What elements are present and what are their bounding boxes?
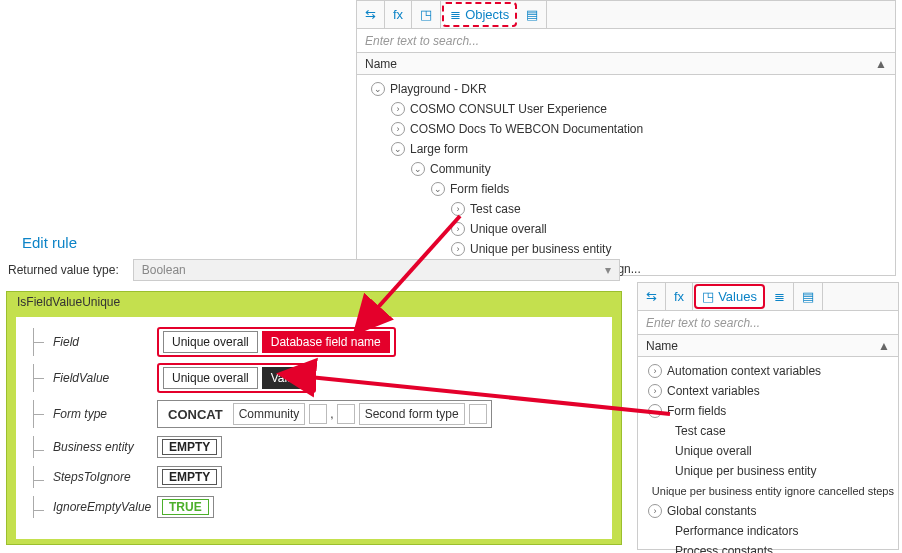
tab-swap-icon[interactable]: ⇆	[638, 283, 666, 310]
param-field-slot[interactable]: Unique overall Database field name	[157, 327, 396, 357]
tree-row[interactable]: Unique overall	[638, 441, 898, 461]
ignoreempty-slot[interactable]: TRUE	[157, 496, 214, 518]
tree-row[interactable]: ›COSMO Docs To WEBCON Documentation	[357, 119, 895, 139]
concat-keyword: CONCAT	[162, 407, 229, 422]
empty-keyword: EMPTY	[162, 439, 217, 455]
tree-row[interactable]: ›COSMO CONSULT User Experience	[357, 99, 895, 119]
param-fieldvalue-slot[interactable]: Unique overall Value	[157, 363, 316, 393]
param-field-row: Field Unique overall Database field name	[30, 327, 598, 357]
tree-row[interactable]: ⌄Form fields	[357, 179, 895, 199]
tree-row[interactable]: ⌄Playground - DKR	[357, 79, 895, 99]
param-label: Business entity	[53, 440, 157, 454]
expand-icon[interactable]: ›	[648, 504, 662, 518]
rule-editor: Edit rule Returned value type: Boolean ▾…	[0, 255, 628, 551]
objects-tabbar: ⇆ fx ◳ ≣ Objects ▤	[357, 1, 895, 29]
rule-box: IsFieldValueUnique Field Unique overall …	[6, 291, 622, 545]
tree-row[interactable]: ›Context variables	[638, 381, 898, 401]
tree-row[interactable]: ›Unique overall	[357, 219, 895, 239]
returned-type-row: Returned value type: Boolean ▾	[0, 255, 628, 285]
comma: ,	[330, 407, 333, 421]
tree-row[interactable]: Test case	[638, 421, 898, 441]
param-label: FieldValue	[53, 371, 157, 385]
objects-panel: ⇆ fx ◳ ≣ Objects ▤ Enter text to search.…	[356, 0, 896, 276]
concat-arg-2[interactable]: Second form type	[359, 403, 465, 425]
true-keyword: TRUE	[162, 499, 209, 515]
param-businessentity-row: Business entity EMPTY	[30, 435, 598, 459]
tree-row[interactable]: Process constants	[638, 541, 898, 553]
tree-row[interactable]: ⌄Form fields	[638, 401, 898, 421]
tree-row[interactable]: ›Test case	[357, 199, 895, 219]
collapse-icon[interactable]: ⌄	[411, 162, 425, 176]
tree-row[interactable]: ›Automation context variables	[638, 361, 898, 381]
expand-icon[interactable]: ›	[451, 242, 465, 256]
businessentity-slot[interactable]: EMPTY	[157, 436, 222, 458]
expand-icon[interactable]: ›	[391, 102, 405, 116]
chevron-down-icon: ▾	[605, 259, 611, 281]
returned-type-label: Returned value type:	[8, 263, 119, 277]
empty-slot[interactable]	[309, 404, 327, 424]
tab-box-icon[interactable]: ◳	[412, 1, 441, 28]
tab-other-icon[interactable]: ▤	[794, 283, 823, 310]
column-name-label: Name	[365, 57, 397, 71]
expand-icon[interactable]: ›	[648, 364, 662, 378]
column-name-label: Name	[646, 339, 678, 353]
rule-name: IsFieldValueUnique	[7, 292, 621, 312]
objects-column-header[interactable]: Name ▲	[357, 53, 895, 75]
tree-row[interactable]: ⌄Community	[357, 159, 895, 179]
fieldvalue-name-pill[interactable]: Unique overall	[163, 367, 258, 389]
tab-objects-label: Objects	[465, 7, 509, 22]
concat-expression[interactable]: CONCAT Community , Second form type	[157, 400, 492, 428]
tab-swap-icon[interactable]: ⇆	[357, 1, 385, 28]
objects-tree: ⌄Playground - DKR ›COSMO CONSULT User Ex…	[357, 75, 895, 283]
tree-row[interactable]: Unique per business entity	[638, 461, 898, 481]
values-icon: ◳	[702, 290, 714, 303]
sort-asc-icon: ▲	[875, 57, 887, 71]
collapse-icon[interactable]: ⌄	[648, 404, 662, 418]
tree-row[interactable]: ›Global constants	[638, 501, 898, 521]
tab-objects[interactable]: ≣ Objects	[442, 2, 517, 27]
values-panel: ⇆ fx ◳ Values ≣ ▤ Enter text to search..…	[637, 282, 899, 550]
objects-search[interactable]: Enter text to search...	[357, 29, 895, 53]
field-tag-pill[interactable]: Database field name	[262, 331, 390, 353]
tab-values-label: Values	[718, 289, 757, 304]
field-name-pill[interactable]: Unique overall	[163, 331, 258, 353]
collapse-icon[interactable]: ⌄	[391, 142, 405, 156]
param-label: Form type	[53, 407, 157, 421]
tab-other-icon[interactable]: ▤	[518, 1, 547, 28]
expand-icon[interactable]: ›	[451, 202, 465, 216]
editor-title: Edit rule	[0, 232, 77, 257]
tab-list-icon[interactable]: ≣	[766, 283, 794, 310]
returned-type-select[interactable]: Boolean ▾	[133, 259, 620, 281]
tree-row[interactable]: ⌄Large form	[357, 139, 895, 159]
empty-slot[interactable]	[469, 404, 487, 424]
steps-slot[interactable]: EMPTY	[157, 466, 222, 488]
fieldvalue-tag-pill[interactable]: Value	[262, 367, 310, 389]
tab-values[interactable]: ◳ Values	[694, 284, 765, 309]
collapse-icon[interactable]: ⌄	[431, 182, 445, 196]
expand-icon[interactable]: ›	[451, 222, 465, 236]
list-icon: ≣	[450, 8, 461, 21]
returned-type-value: Boolean	[142, 259, 186, 281]
param-formtype-row: Form type CONCAT Community , Second form…	[30, 399, 598, 429]
empty-slot[interactable]	[337, 404, 355, 424]
values-column-header[interactable]: Name ▲	[638, 335, 898, 357]
empty-keyword: EMPTY	[162, 469, 217, 485]
expand-icon[interactable]: ›	[391, 122, 405, 136]
param-fieldvalue-row: FieldValue Unique overall Value	[30, 363, 598, 393]
param-label: Field	[53, 335, 157, 349]
values-tabbar: ⇆ fx ◳ Values ≣ ▤	[638, 283, 898, 311]
concat-arg-1[interactable]: Community	[233, 403, 306, 425]
param-label: IgnoreEmptyValue	[53, 500, 157, 514]
expand-icon[interactable]: ›	[648, 384, 662, 398]
tree-row[interactable]: Unique per business entity ignore cancel…	[638, 481, 898, 501]
sort-asc-icon: ▲	[878, 339, 890, 353]
values-tree: ›Automation context variables ›Context v…	[638, 357, 898, 553]
values-search[interactable]: Enter text to search...	[638, 311, 898, 335]
collapse-icon[interactable]: ⌄	[371, 82, 385, 96]
tab-fx-icon[interactable]: fx	[666, 283, 693, 310]
rule-body: Field Unique overall Database field name…	[15, 316, 613, 540]
param-ignoreempty-row: IgnoreEmptyValue TRUE	[30, 495, 598, 519]
tab-fx-icon[interactable]: fx	[385, 1, 412, 28]
tree-row[interactable]: Performance indicators	[638, 521, 898, 541]
param-label: StepsToIgnore	[53, 470, 157, 484]
